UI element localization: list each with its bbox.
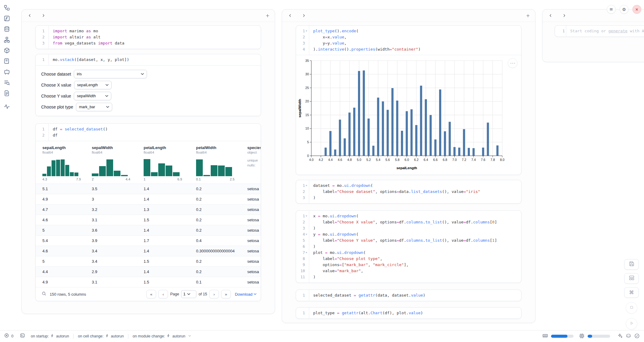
table-column-header[interactable]: speciesobjectuniquenulls: [245,145,261,181]
code-line[interactable]: y=y.value, [313,40,521,46]
code-line[interactable]: ) [313,274,521,280]
page-select[interactable]: 1 [181,290,196,298]
code-line[interactable]: selected_dataset = getattr(data, dataset… [313,292,521,298]
file-text-icon[interactable] [3,90,10,96]
choose-x-value-select[interactable]: sepalLength [74,81,112,89]
table-row[interactable]: 4.73.21.30.2setosa [36,204,261,215]
code-line[interactable]: dataset = mo.ui.dropdown( [313,183,521,189]
shutdown-button[interactable]: × [632,5,641,14]
code-line[interactable]: value="mark_bar", [313,268,521,274]
code-line[interactable]: y = mo.ui.dropdown( [313,231,521,237]
altair-bar-chart[interactable]: 4.04.24.44.64.85.05.25.45.65.86.06.26.46… [297,57,508,171]
table-row[interactable]: 53.41.50.2setosa [36,256,261,266]
chart-actions-button[interactable] [508,58,517,68]
table-row[interactable]: 4.93.11.50.1setosa [36,277,261,287]
activity-icon[interactable] [3,103,10,110]
prev-page-button[interactable]: ‹ [158,290,168,298]
column-scroll-left-button[interactable] [27,13,33,18]
save-button[interactable] [624,259,639,270]
column-scroll-right-button[interactable] [561,13,567,18]
download-button[interactable]: Download [235,292,256,297]
table-column-header[interactable]: petalLengthfloat6416.9 [141,145,194,181]
run-mode-1[interactable]: on startup:autorun [31,334,69,339]
run-mode-2[interactable]: on cell change:autorun [78,334,124,339]
terminal-icon[interactable] [20,333,25,339]
code-line[interactable]: x=x.value, [313,34,521,40]
play-button[interactable] [626,318,637,330]
settings-button[interactable]: ⚙ [620,5,628,14]
code-line[interactable]: plot = mo.ui.dropdown( [313,250,521,256]
add-cell-button[interactable] [264,12,270,19]
choose-plot-type-select[interactable]: mark_bar [76,103,112,111]
code-line[interactable]: ) [313,195,521,201]
add-cell-button[interactable] [525,12,531,19]
column-scroll-left-button[interactable] [548,13,553,18]
command-button[interactable]: ⌘ [624,287,639,298]
code-line[interactable]: label="Choose X value", options=df.colum… [313,219,521,225]
code-line[interactable]: mo.vstack([dataset, x, y, plot]) [53,57,261,63]
code-editor[interactable]: 1234567891011x = mo.ui.dropdown( label="… [296,211,521,283]
generate-link[interactable]: generate [608,29,628,33]
code-line[interactable]: label="Choose dataset", options=data.lis… [313,189,521,195]
code-line[interactable]: x = mo.ui.dropdown( [313,213,521,219]
scroll-icon[interactable] [3,58,10,64]
table-row[interactable]: 5.13.51.40.2setosa [36,183,261,194]
bot-message-icon[interactable] [3,68,10,75]
code-editor[interactable]: 1mo.vstack([dataset, x, y, plot]) [36,54,261,65]
column-scroll-left-button[interactable] [288,13,293,18]
code-editor[interactable]: 123dataset = mo.ui.dropdown( label="Choo… [296,180,521,203]
table-column-header[interactable]: petalWidthfloat640.12.5 [194,145,245,181]
table-row[interactable]: 4.63.41.40.3000000000000004setosa [36,246,261,256]
next-page-button[interactable]: › [209,290,219,298]
ai-sparkles-icon[interactable] [617,333,623,339]
code-line[interactable]: ) [313,244,521,250]
editor-placeholder[interactable]: Start coding or generate with AI [570,28,644,34]
code-editor[interactable]: 12df = selected_dataset()df [36,124,261,141]
table-row[interactable]: 53.61.40.2setosa [36,225,261,235]
table-row[interactable]: 5.43.91.70.4setosa [36,235,261,246]
network-icon[interactable] [3,36,10,43]
code-line[interactable]: ).interactive().properties(width="contai… [313,46,521,52]
column-scroll-right-button[interactable] [301,13,306,18]
code-line[interactable]: options=["mark_bar", "mark_circle"], [313,262,521,268]
first-page-button[interactable]: « [146,290,156,298]
code-editor[interactable]: 1Start coding or generate with AI [555,26,644,37]
text-search-icon[interactable] [3,79,10,86]
choose-dataset-select[interactable]: iris [74,70,147,78]
run-mode-3[interactable]: on module change:autorun [133,334,191,339]
database-icon[interactable] [3,26,10,32]
connection-status-icon[interactable] [634,333,640,340]
table-column-header[interactable]: sepalLengthfloat644.37.9 [36,145,89,181]
table-search-icon[interactable] [42,291,47,297]
code-line[interactable]: plot_type().encode( [313,28,521,34]
menu-button[interactable] [607,5,616,14]
column-scroll-right-button[interactable] [41,13,46,18]
workflow-icon[interactable] [3,4,10,11]
code-line[interactable]: df = selected_dataset() [53,126,261,132]
errors-icon[interactable] [4,333,9,339]
column-histogram [42,157,78,176]
code-line[interactable]: import marimo as mo [53,28,261,34]
code-line[interactable]: label="Choose plot type", [313,256,521,262]
table-column-header[interactable]: sepalWidthfloat6424.4 [89,145,141,181]
last-page-button[interactable]: » [221,290,231,298]
package-icon[interactable] [3,47,10,54]
copilot-icon[interactable] [626,333,631,340]
table-row[interactable]: 4.63.11.50.2setosa [36,215,261,225]
code-line[interactable]: import altair as alt [53,34,261,40]
code-editor[interactable]: 1selected_dataset = getattr(data, datase… [296,290,521,301]
table-row[interactable]: 4.931.40.2setosa [36,194,261,204]
code-line[interactable]: ) [313,225,521,231]
code-line[interactable]: from vega_datasets import data [53,40,261,46]
code-editor[interactable]: 1234plot_type().encode( x=x.value, y=y.v… [296,26,521,55]
table-row[interactable]: 4.42.91.40.2setosa [36,266,261,277]
code-editor[interactable]: 1plot_type = getattr(alt.Chart(df), plot… [296,308,521,319]
layout-panel-button[interactable] [624,273,639,284]
choose-y-value-select[interactable]: sepalWidth [74,92,111,100]
code-line[interactable]: plot_type = getattr(alt.Chart(df), plot.… [313,310,521,316]
stop-button[interactable] [626,302,637,314]
code-editor[interactable]: 123import marimo as moimport altair as a… [36,26,261,49]
code-line[interactable]: label="Choose Y value", options=df.colum… [313,237,521,244]
code-line[interactable]: df [53,132,261,138]
function-square-icon[interactable] [3,15,10,22]
